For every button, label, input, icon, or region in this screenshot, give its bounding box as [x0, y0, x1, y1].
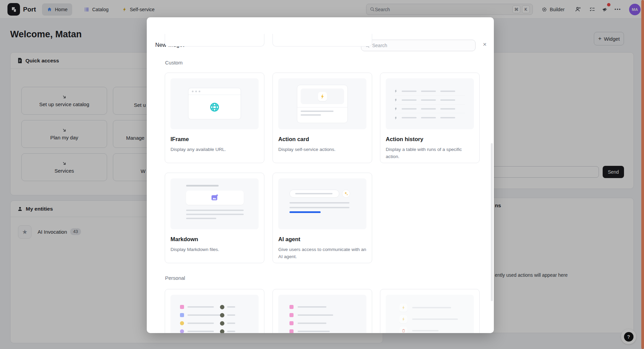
- skeleton-bar: [298, 314, 333, 316]
- dark-avatar-dot: [220, 305, 224, 309]
- action-card-illustration: [278, 78, 366, 129]
- widget-description: Display self-service actions.: [278, 146, 366, 153]
- skeleton-bar: [402, 99, 417, 101]
- markdown-illustration: [170, 178, 259, 229]
- skeleton-bar: [440, 91, 455, 92]
- personal-table-illustration: [170, 295, 259, 333]
- widget-card-action-card[interactable]: Action card Display self-service actions…: [273, 73, 372, 163]
- close-icon[interactable]: ×: [480, 39, 490, 50]
- widget-card-stub[interactable]: [273, 34, 372, 46]
- widget-card-stub[interactable]: [165, 34, 264, 46]
- screen: Port Home Catalog Self-service ⌘ K Build…: [0, 0, 644, 349]
- dark-avatar-dot: [220, 321, 224, 326]
- image-icon: [211, 194, 219, 202]
- blue-gear-icon: [180, 313, 184, 317]
- pink-cube-icon: [289, 321, 294, 325]
- dark-avatar-dot: [220, 329, 224, 333]
- widget-title: IFrame: [170, 136, 259, 142]
- widget-description: Display a table with runs of a specific …: [386, 146, 474, 160]
- widget-card-markdown[interactable]: Markdown Display Markdown files.: [165, 173, 264, 263]
- trash-icon: [402, 329, 405, 333]
- browser-bar: [188, 88, 241, 95]
- lightning-icon: [395, 98, 397, 102]
- skeleton-bar: [187, 314, 221, 316]
- skeleton-bar: [421, 99, 436, 101]
- modal-scrollbar-thumb[interactable]: [491, 143, 493, 301]
- widget-title: AI agent: [278, 236, 366, 243]
- skeleton-bar: [402, 108, 417, 110]
- sparkles-icon: [344, 191, 348, 196]
- skeleton-bar: [301, 114, 321, 116]
- skeleton-bar: [227, 331, 235, 332]
- skeleton-bar: [186, 210, 244, 211]
- skeleton-bar: [440, 99, 455, 101]
- pink-cube-icon: [180, 305, 184, 309]
- lightning-icon: [395, 107, 397, 111]
- skeleton-bar: [295, 193, 333, 194]
- skeleton-bar: [298, 331, 330, 332]
- skeleton-bar: [227, 306, 235, 308]
- skeleton-bar: [301, 111, 334, 112]
- iframe-illustration: [170, 78, 259, 129]
- widget-description: Give users access to communicate with an…: [278, 246, 366, 260]
- skeleton-bar: [186, 185, 219, 187]
- yellow-dots-icon: [180, 321, 184, 325]
- modal-search[interactable]: [361, 40, 476, 51]
- lightning-icon: [402, 317, 405, 321]
- globe-icon: [209, 102, 220, 113]
- lightning-icon: [320, 94, 325, 99]
- widget-card-ai-agent[interactable]: AI agent Give users access to communicat…: [273, 173, 372, 263]
- widget-card-personal-2[interactable]: [273, 289, 372, 333]
- skeleton-bar: [298, 323, 326, 324]
- skeleton-bar: [227, 314, 235, 316]
- widget-title: Action history: [386, 136, 474, 142]
- pink-cube-icon: [289, 305, 294, 309]
- skeleton-bar: [440, 117, 455, 118]
- skeleton-bar: [187, 323, 214, 324]
- skeleton-bar: [421, 117, 436, 118]
- purple-blob-icon: [180, 329, 184, 333]
- pink-cube-icon: [289, 329, 294, 333]
- personal-list-illustration: [278, 295, 366, 333]
- personal-runs-illustration: [386, 295, 474, 333]
- widget-title: Action card: [278, 136, 366, 142]
- widget-title: Markdown: [170, 236, 259, 243]
- ai-agent-illustration: [278, 178, 366, 229]
- skeleton-bar: [227, 323, 235, 324]
- new-widget-modal: New widget × Custom IFrame Display any a…: [147, 17, 494, 333]
- skeleton-bar: [187, 306, 214, 308]
- skeleton-bar: [402, 117, 417, 118]
- section-heading-personal: Personal: [165, 275, 185, 281]
- widget-card-personal-3[interactable]: [380, 289, 480, 333]
- skeleton-bar: [421, 91, 436, 92]
- modal-search-input[interactable]: [372, 43, 472, 48]
- page-scrollbar[interactable]: [641, 0, 644, 349]
- lightning-icon: [402, 306, 405, 310]
- widget-card-personal-1[interactable]: [165, 289, 264, 333]
- widget-description: Display any available URL.: [170, 146, 259, 153]
- skeleton-bar: [402, 91, 417, 92]
- blue-link-bar: [289, 211, 321, 213]
- skeleton-bar: [298, 306, 326, 308]
- skeleton-bar: [412, 330, 439, 331]
- skeleton-bar: [186, 218, 216, 219]
- lightning-icon: [395, 89, 397, 93]
- skeleton-bar: [186, 214, 244, 215]
- dark-avatar-dot: [220, 313, 224, 317]
- input-pill-mockup: [289, 190, 339, 198]
- skeleton-bar: [289, 207, 349, 208]
- lightning-icon: [395, 116, 397, 120]
- skeleton-bar: [421, 108, 436, 110]
- skeleton-bar: [412, 307, 451, 308]
- skeleton-bar: [289, 202, 349, 203]
- action-history-illustration: [386, 78, 474, 129]
- widget-card-action-history[interactable]: Action history Display a table with runs…: [380, 73, 480, 163]
- widget-description: Display Markdown files.: [170, 246, 259, 253]
- browser-window-mockup: [188, 88, 241, 119]
- section-heading-custom: Custom: [165, 60, 183, 65]
- skeleton-bar: [440, 108, 455, 110]
- pink-cube-icon: [289, 313, 294, 317]
- skeleton-bar: [412, 318, 458, 320]
- skeleton-bar: [187, 331, 214, 332]
- widget-card-iframe[interactable]: IFrame Display any available URL.: [165, 73, 264, 163]
